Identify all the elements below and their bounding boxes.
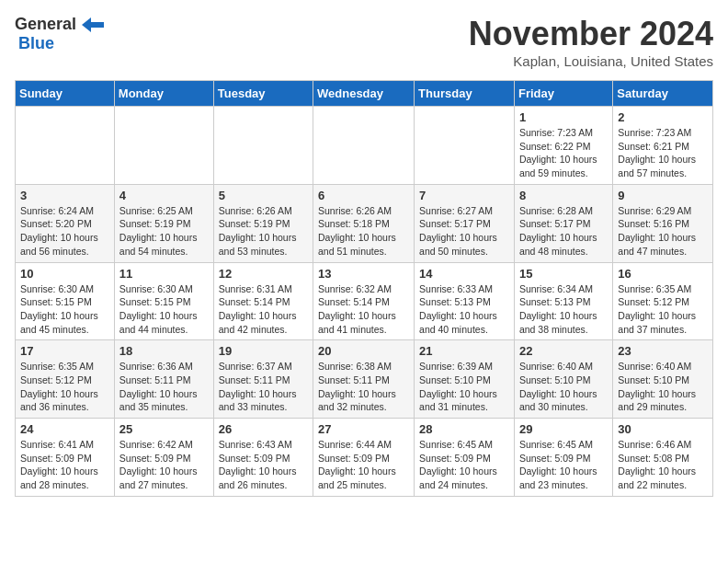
day-info: Sunrise: 6:35 AMSunset: 5:12 PMDaylight:… — [20, 360, 109, 414]
month-title: November 2024 — [469, 15, 713, 53]
weekday-header-cell: Thursday — [415, 81, 515, 107]
location-subtitle: Kaplan, Louisiana, United States — [469, 53, 713, 69]
day-info: Sunrise: 6:38 AMSunset: 5:11 PMDaylight:… — [318, 360, 409, 414]
calendar-week-row: 10Sunrise: 6:30 AMSunset: 5:15 PMDayligh… — [16, 262, 713, 340]
logo: General Blue — [15, 15, 104, 53]
calendar-cell: 12Sunrise: 6:31 AMSunset: 5:14 PMDayligh… — [213, 262, 313, 340]
day-number: 16 — [618, 267, 708, 281]
day-info: Sunrise: 6:28 AMSunset: 5:17 PMDaylight:… — [519, 204, 608, 259]
day-number: 7 — [419, 189, 509, 202]
calendar-week-row: 17Sunrise: 6:35 AMSunset: 5:12 PMDayligh… — [16, 340, 713, 419]
logo-blue-text: Blue — [18, 34, 54, 52]
calendar-week-row: 24Sunrise: 6:41 AMSunset: 5:09 PMDayligh… — [16, 419, 713, 497]
day-info: Sunrise: 6:42 AMSunset: 5:09 PMDaylight:… — [119, 438, 209, 492]
day-number: 4 — [119, 189, 209, 202]
day-info: Sunrise: 6:37 AMSunset: 5:11 PMDaylight:… — [219, 360, 308, 414]
day-number: 18 — [119, 344, 209, 358]
calendar-week-row: 3Sunrise: 6:24 AMSunset: 5:20 PMDaylight… — [16, 184, 713, 262]
calendar-cell: 25Sunrise: 6:42 AMSunset: 5:09 PMDayligh… — [114, 419, 213, 497]
day-number: 15 — [519, 267, 608, 281]
day-number: 13 — [318, 267, 409, 281]
day-number: 26 — [219, 422, 308, 436]
day-number: 20 — [318, 344, 409, 358]
day-info: Sunrise: 6:45 AMSunset: 5:09 PMDaylight:… — [419, 438, 509, 492]
day-number: 27 — [318, 422, 409, 436]
calendar-cell — [313, 107, 415, 185]
day-info: Sunrise: 6:39 AMSunset: 5:10 PMDaylight:… — [419, 360, 509, 414]
day-number: 28 — [419, 422, 509, 436]
calendar-cell: 22Sunrise: 6:40 AMSunset: 5:10 PMDayligh… — [514, 340, 612, 419]
calendar-cell: 17Sunrise: 6:35 AMSunset: 5:12 PMDayligh… — [16, 340, 115, 419]
day-number: 6 — [318, 189, 409, 202]
day-number: 1 — [519, 110, 608, 124]
calendar-cell — [16, 107, 115, 185]
day-number: 8 — [519, 189, 608, 202]
day-number: 21 — [419, 344, 509, 358]
day-info: Sunrise: 6:26 AMSunset: 5:19 PMDaylight:… — [219, 204, 308, 259]
calendar-cell: 18Sunrise: 6:36 AMSunset: 5:11 PMDayligh… — [114, 340, 213, 419]
calendar-cell: 24Sunrise: 6:41 AMSunset: 5:09 PMDayligh… — [16, 419, 115, 497]
day-number: 30 — [618, 422, 708, 436]
calendar-cell: 5Sunrise: 6:26 AMSunset: 5:19 PMDaylight… — [213, 184, 313, 262]
day-info: Sunrise: 6:40 AMSunset: 5:10 PMDaylight:… — [519, 360, 608, 414]
day-number: 25 — [119, 422, 209, 436]
day-info: Sunrise: 6:41 AMSunset: 5:09 PMDaylight:… — [20, 438, 109, 492]
calendar-body: 1Sunrise: 7:23 AMSunset: 6:22 PMDaylight… — [16, 107, 713, 497]
calendar-cell: 23Sunrise: 6:40 AMSunset: 5:10 PMDayligh… — [613, 340, 713, 419]
day-info: Sunrise: 6:27 AMSunset: 5:17 PMDaylight:… — [419, 204, 509, 259]
calendar-cell: 15Sunrise: 6:34 AMSunset: 5:13 PMDayligh… — [514, 262, 612, 340]
calendar-table: SundayMondayTuesdayWednesdayThursdayFrid… — [15, 80, 713, 497]
day-info: Sunrise: 6:34 AMSunset: 5:13 PMDaylight:… — [519, 282, 608, 337]
day-info: Sunrise: 6:36 AMSunset: 5:11 PMDaylight:… — [119, 360, 209, 414]
calendar-cell: 2Sunrise: 7:23 AMSunset: 6:21 PMDaylight… — [613, 107, 713, 185]
day-number: 29 — [519, 422, 608, 436]
day-info: Sunrise: 6:24 AMSunset: 5:20 PMDaylight:… — [20, 204, 109, 259]
weekday-header-cell: Saturday — [613, 81, 713, 107]
calendar-cell: 26Sunrise: 6:43 AMSunset: 5:09 PMDayligh… — [213, 419, 313, 497]
weekday-header-cell: Friday — [514, 81, 612, 107]
day-info: Sunrise: 6:44 AMSunset: 5:09 PMDaylight:… — [318, 438, 409, 492]
day-number: 17 — [20, 344, 109, 358]
day-info: Sunrise: 6:32 AMSunset: 5:14 PMDaylight:… — [318, 282, 409, 337]
calendar-cell: 4Sunrise: 6:25 AMSunset: 5:19 PMDaylight… — [114, 184, 213, 262]
weekday-header-cell: Wednesday — [313, 81, 415, 107]
calendar-cell: 30Sunrise: 6:46 AMSunset: 5:08 PMDayligh… — [613, 419, 713, 497]
calendar-cell: 9Sunrise: 6:29 AMSunset: 5:16 PMDaylight… — [613, 184, 713, 262]
svg-marker-0 — [82, 17, 104, 32]
weekday-header-cell: Monday — [114, 81, 213, 107]
day-info: Sunrise: 6:35 AMSunset: 5:12 PMDaylight:… — [618, 282, 708, 337]
page-header: General Blue November 2024 Kaplan, Louis… — [15, 15, 713, 69]
weekday-header-cell: Sunday — [16, 81, 115, 107]
calendar-cell — [415, 107, 515, 185]
weekday-header-row: SundayMondayTuesdayWednesdayThursdayFrid… — [16, 81, 713, 107]
title-section: November 2024 Kaplan, Louisiana, United … — [469, 15, 713, 69]
calendar-cell: 14Sunrise: 6:33 AMSunset: 5:13 PMDayligh… — [415, 262, 515, 340]
day-info: Sunrise: 6:30 AMSunset: 5:15 PMDaylight:… — [20, 282, 109, 337]
calendar-cell: 1Sunrise: 7:23 AMSunset: 6:22 PMDaylight… — [514, 107, 612, 185]
calendar-cell: 10Sunrise: 6:30 AMSunset: 5:15 PMDayligh… — [16, 262, 115, 340]
day-info: Sunrise: 7:23 AMSunset: 6:21 PMDaylight:… — [618, 126, 708, 180]
day-info: Sunrise: 6:26 AMSunset: 5:18 PMDaylight:… — [318, 204, 409, 259]
day-number: 3 — [20, 189, 109, 202]
day-info: Sunrise: 6:46 AMSunset: 5:08 PMDaylight:… — [618, 438, 708, 492]
calendar-cell: 28Sunrise: 6:45 AMSunset: 5:09 PMDayligh… — [415, 419, 515, 497]
day-number: 11 — [119, 267, 209, 281]
calendar-cell: 7Sunrise: 6:27 AMSunset: 5:17 PMDaylight… — [415, 184, 515, 262]
day-number: 22 — [519, 344, 608, 358]
day-number: 9 — [618, 189, 708, 202]
day-number: 12 — [219, 267, 308, 281]
calendar-cell: 29Sunrise: 6:45 AMSunset: 5:09 PMDayligh… — [514, 419, 612, 497]
day-number: 5 — [219, 189, 308, 202]
logo-general-text: General — [15, 15, 76, 34]
day-info: Sunrise: 6:30 AMSunset: 5:15 PMDaylight:… — [119, 282, 209, 337]
day-info: Sunrise: 6:45 AMSunset: 5:09 PMDaylight:… — [519, 438, 608, 492]
calendar-week-row: 1Sunrise: 7:23 AMSunset: 6:22 PMDaylight… — [16, 107, 713, 185]
day-number: 23 — [618, 344, 708, 358]
day-number: 10 — [20, 267, 109, 281]
day-info: Sunrise: 6:29 AMSunset: 5:16 PMDaylight:… — [618, 204, 708, 259]
logo-icon — [78, 16, 104, 34]
calendar-cell — [213, 107, 313, 185]
day-info: Sunrise: 7:23 AMSunset: 6:22 PMDaylight:… — [519, 126, 608, 180]
calendar-cell: 6Sunrise: 6:26 AMSunset: 5:18 PMDaylight… — [313, 184, 415, 262]
day-number: 24 — [20, 422, 109, 436]
